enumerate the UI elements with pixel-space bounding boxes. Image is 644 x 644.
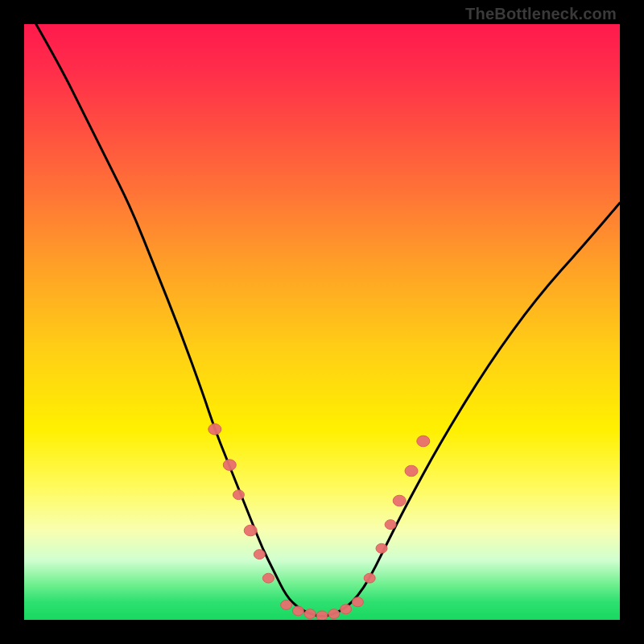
curve-line — [36, 24, 620, 616]
bead-right-4 — [405, 465, 418, 477]
bead-bottom-0 — [281, 601, 292, 610]
bead-right-3 — [393, 495, 406, 506]
bead-bottom-1 — [292, 606, 303, 616]
bead-bottom-4 — [328, 609, 340, 619]
plot-area — [24, 24, 620, 620]
bead-bottom-2 — [304, 609, 316, 619]
bead-left-2 — [233, 490, 244, 500]
chart-svg — [24, 24, 620, 620]
bead-right-2 — [385, 520, 396, 530]
bead-left-3 — [244, 525, 257, 536]
bead-bottom-5 — [341, 605, 352, 614]
bead-bottom-3 — [316, 611, 328, 620]
bead-left-1 — [223, 460, 236, 471]
bead-right-0 — [364, 573, 375, 583]
bead-right-5 — [417, 436, 430, 447]
watermark-text: TheBottleneck.com — [465, 5, 617, 23]
chart-container: TheBottleneck.com — [0, 0, 644, 644]
bead-bottom-6 — [352, 597, 363, 607]
bead-left-4 — [254, 550, 265, 559]
bead-left-0 — [208, 423, 221, 435]
bead-right-1 — [376, 543, 387, 553]
bead-left-5 — [262, 573, 274, 583]
bead-group — [208, 423, 430, 620]
